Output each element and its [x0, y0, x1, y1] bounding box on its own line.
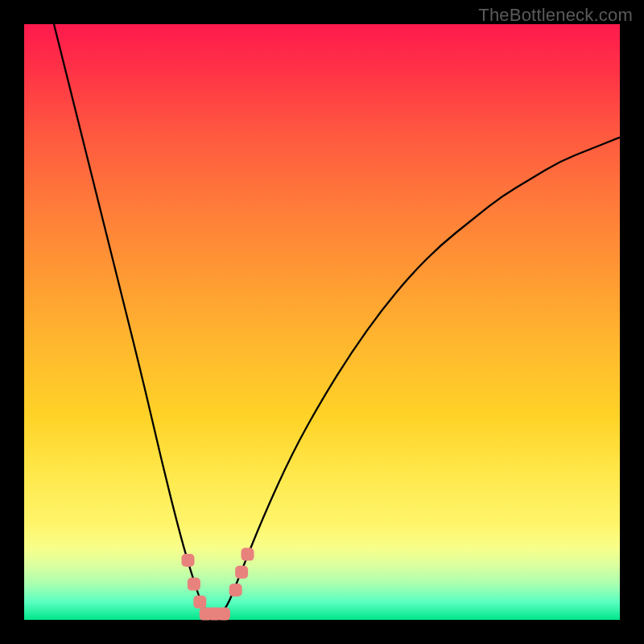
watermark-text: TheBottleneck.com	[478, 5, 633, 26]
curve-group	[54, 24, 620, 617]
marker-near-min-right-3	[242, 548, 254, 561]
marker-near-min-right-2	[235, 566, 248, 579]
bottleneck-curve	[54, 24, 620, 617]
plot-frame	[24, 24, 620, 620]
marker-group	[182, 548, 254, 621]
marker-min-3	[217, 608, 230, 621]
marker-near-min-left-2	[188, 578, 200, 591]
chart-svg	[24, 24, 620, 620]
marker-near-min-right-1	[229, 584, 242, 597]
marker-near-min-left-1	[182, 554, 195, 567]
marker-near-min-left-3	[193, 596, 206, 609]
